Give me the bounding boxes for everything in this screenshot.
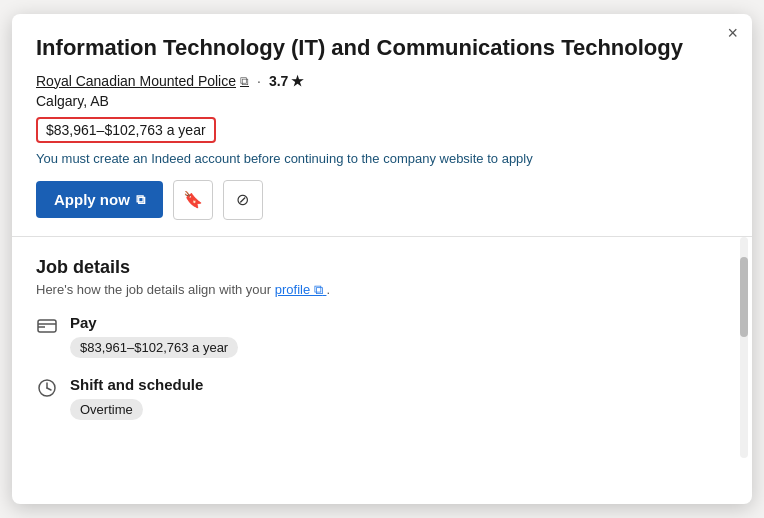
action-row: Apply now ⧉ 🔖 ⊘ (36, 180, 728, 220)
svg-rect-0 (38, 320, 56, 332)
not-interested-button[interactable]: ⊘ (223, 180, 263, 220)
job-details-title: Job details (36, 257, 728, 278)
pay-content: Pay $83,961–$102,763 a year (70, 314, 238, 358)
company-row: Royal Canadian Mounted Police ⧉ · 3.7 ★ (36, 73, 728, 89)
job-title: Information Technology (IT) and Communic… (36, 34, 728, 63)
external-link-icon: ⧉ (240, 74, 249, 88)
schedule-row: Shift and schedule Overtime (36, 376, 728, 420)
account-notice: You must create an Indeed account before… (36, 151, 728, 166)
schedule-label: Shift and schedule (70, 376, 203, 393)
bottom-section: Job details Here's how the job details a… (12, 237, 752, 458)
pay-icon (36, 316, 58, 341)
profile-link[interactable]: profile ⧉ (275, 282, 327, 297)
schedule-tag: Overtime (70, 399, 143, 420)
scrollbar[interactable] (740, 237, 748, 458)
top-section: Information Technology (IT) and Communic… (12, 14, 752, 237)
block-icon: ⊘ (236, 190, 249, 209)
apply-external-icon: ⧉ (136, 192, 145, 208)
salary-box: $83,961–$102,763 a year (36, 117, 216, 143)
svg-line-5 (47, 388, 51, 390)
scrollbar-thumb (740, 257, 748, 337)
schedule-content: Shift and schedule Overtime (70, 376, 203, 420)
company-rating: 3.7 ★ (269, 73, 304, 89)
job-location: Calgary, AB (36, 93, 728, 109)
company-name-link[interactable]: Royal Canadian Mounted Police ⧉ (36, 73, 249, 89)
bookmark-icon: 🔖 (183, 190, 203, 209)
dot-separator: · (257, 73, 261, 89)
pay-row: Pay $83,961–$102,763 a year (36, 314, 728, 358)
pay-tag: $83,961–$102,763 a year (70, 337, 238, 358)
schedule-icon (36, 378, 58, 403)
job-modal: × Information Technology (IT) and Commun… (12, 14, 752, 504)
star-icon: ★ (291, 73, 304, 89)
close-button[interactable]: × (727, 24, 738, 42)
job-details-subtitle: Here's how the job details align with yo… (36, 282, 728, 298)
save-job-button[interactable]: 🔖 (173, 180, 213, 220)
pay-label: Pay (70, 314, 238, 331)
apply-now-button[interactable]: Apply now ⧉ (36, 181, 163, 218)
